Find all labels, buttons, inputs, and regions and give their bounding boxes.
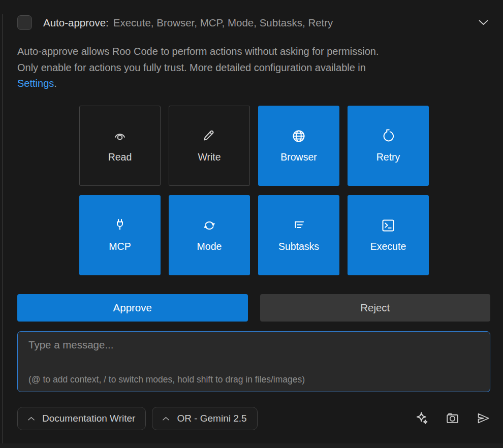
toggle-retry[interactable]: Retry — [348, 106, 429, 186]
chevron-up-icon — [28, 417, 35, 421]
reject-button[interactable]: Reject — [260, 294, 491, 322]
toggle-browser[interactable]: Browser — [258, 106, 339, 186]
plug-icon — [112, 218, 128, 233]
action-buttons: Approve Reject — [17, 294, 490, 322]
toggle-label: Browser — [280, 151, 317, 163]
sparkle-icon[interactable] — [415, 412, 428, 425]
toggle-label: Retry — [376, 151, 400, 163]
auto-approve-title-text: Auto-approve: — [43, 17, 109, 28]
chat-input-hint: (@ to add context, / to switch modes, ho… — [28, 374, 305, 385]
mode-selector-label: Documentation Writer — [42, 413, 135, 424]
list-tree-icon — [291, 218, 306, 233]
toggle-read[interactable]: Read — [79, 106, 161, 186]
toggle-label: MCP — [109, 241, 131, 252]
refresh-icon — [381, 129, 396, 144]
toggle-label: Write — [198, 151, 221, 163]
globe-icon — [291, 129, 306, 144]
camera-icon[interactable] — [446, 411, 459, 425]
terminal-icon — [381, 218, 396, 233]
chat-input[interactable] — [28, 339, 479, 368]
api-config-selector-label: OR - Gemini 2.5 — [177, 413, 246, 424]
footer-bar: Documentation Writer OR - Gemini 2.5 — [17, 407, 490, 430]
bottom-strip — [0, 443, 503, 448]
approve-button[interactable]: Approve — [17, 294, 248, 322]
description-line-2: Only enable for actions you fully trust.… — [17, 60, 482, 76]
eye-icon — [112, 129, 128, 144]
toggle-mode[interactable]: Mode — [169, 195, 250, 275]
chevron-down-icon[interactable] — [477, 18, 490, 27]
description-line-3: Settings. — [17, 76, 482, 92]
description-line-1: Auto-approve allows Roo Code to perform … — [17, 44, 482, 60]
toggle-label: Subtasks — [278, 241, 319, 252]
auto-approve-checkbox[interactable] — [17, 15, 32, 30]
sync-icon — [202, 218, 217, 233]
chat-input-box: (@ to add context, / to switch modes, ho… — [17, 331, 490, 392]
settings-link[interactable]: Settings — [17, 78, 54, 89]
toggle-mcp[interactable]: MCP — [79, 195, 161, 275]
api-config-selector[interactable]: OR - Gemini 2.5 — [152, 407, 257, 430]
toggle-label: Read — [108, 151, 132, 163]
footer-icon-group — [415, 411, 490, 425]
auto-approve-description: Auto-approve allows Roo Code to perform … — [17, 44, 482, 92]
auto-approve-summary: Execute, Browser, MCP, Mode, Subtasks, R… — [113, 17, 333, 28]
toggle-label: Mode — [197, 241, 222, 252]
description-suffix: . — [54, 78, 57, 89]
pencil-icon — [202, 129, 217, 144]
auto-approve-panel: Auto-approve:Execute, Browser, MCP, Mode… — [0, 0, 503, 430]
toggle-execute[interactable]: Execute — [348, 195, 429, 275]
auto-approve-grid: ReadWriteBrowserRetryMCPModeSubtasksExec… — [79, 106, 490, 275]
auto-approve-header: Auto-approve:Execute, Browser, MCP, Mode… — [17, 15, 490, 30]
send-icon[interactable] — [477, 411, 490, 425]
toggle-subtasks[interactable]: Subtasks — [258, 195, 339, 275]
auto-approve-title[interactable]: Auto-approve:Execute, Browser, MCP, Mode… — [43, 17, 333, 29]
toggle-write[interactable]: Write — [169, 106, 250, 186]
chevron-up-icon — [163, 417, 169, 421]
toggle-label: Execute — [370, 241, 406, 252]
mode-selector[interactable]: Documentation Writer — [17, 407, 146, 430]
